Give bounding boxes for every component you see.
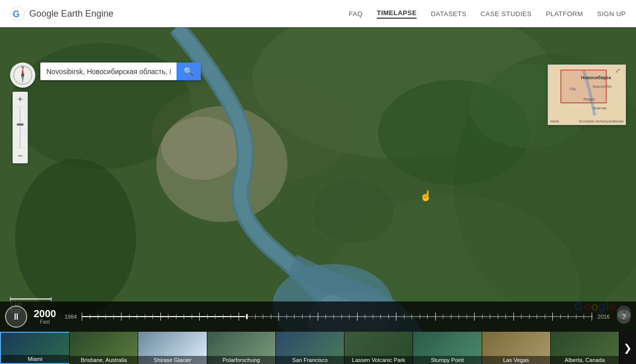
svg-text:Бердск: Бердск bbox=[584, 97, 596, 101]
nav-datasets[interactable]: DATASETS bbox=[431, 10, 467, 18]
thumbnail-brisbane,-australia[interactable]: Brisbane, Australia bbox=[70, 332, 138, 364]
svg-text:Обь: Обь bbox=[569, 87, 576, 91]
zoom-out-icon: − bbox=[18, 151, 23, 161]
timeline-end-year: 2016 bbox=[598, 314, 610, 320]
nav-platform[interactable]: PLATFORM bbox=[546, 10, 583, 18]
scale-bar bbox=[10, 297, 51, 301]
timeline-track[interactable] bbox=[82, 307, 592, 327]
google-g-icon: G bbox=[10, 6, 25, 21]
thumbnail-lassen-volcanic-park[interactable]: Lassen Volcanic Park bbox=[344, 332, 413, 364]
nav-faq[interactable]: FAQ bbox=[349, 10, 363, 18]
year-number: 2000 bbox=[34, 309, 56, 319]
thumbnail-label: Brisbane, Australia bbox=[70, 356, 138, 364]
mini-map-svg: Новосибирск Обь Краснообск Бердск Искити… bbox=[548, 65, 626, 125]
compass[interactable]: N bbox=[10, 63, 35, 88]
mini-map-terms[interactable]: Условия использования bbox=[579, 119, 623, 124]
thumbnail-alberta,-canada[interactable]: Alberta, Canada bbox=[551, 332, 619, 364]
svg-point-6 bbox=[15, 159, 136, 317]
timeline-help-button[interactable]: ? bbox=[617, 310, 631, 324]
thumbnail-label: Alberta, Canada bbox=[551, 356, 619, 364]
map-area[interactable]: ☝ Novosibirsk, Новосибирская область, Ро… bbox=[0, 27, 636, 364]
logo-text: Google Earth Engine bbox=[29, 9, 113, 19]
svg-text:N: N bbox=[21, 66, 24, 69]
play-pause-button[interactable]: ⏸ bbox=[5, 306, 27, 328]
thumbnail-miami[interactable]: Miami bbox=[0, 332, 70, 364]
nav-timelapse[interactable]: TIMELAPSE bbox=[377, 9, 417, 19]
nav-signup[interactable]: SIGN UP bbox=[597, 10, 626, 18]
svg-text:G: G bbox=[13, 9, 20, 19]
thumbnail-las-vegas[interactable]: Las Vegas bbox=[482, 332, 551, 364]
pause-icon: ⏸ bbox=[12, 312, 21, 322]
mini-map-expand-button[interactable]: ⤢ bbox=[615, 67, 623, 75]
svg-text:Краснообск: Краснообск bbox=[593, 85, 612, 89]
timeline-ticks bbox=[82, 316, 592, 317]
zoom-in-icon: + bbox=[18, 94, 23, 105]
thumbnail-label: Polarforschung bbox=[207, 356, 275, 364]
thumbnail-polarforschung[interactable]: Polarforschung bbox=[207, 332, 276, 364]
mini-map-prefix: яние bbox=[550, 119, 559, 124]
zoom-slider-thumb[interactable] bbox=[17, 124, 24, 126]
timeline-start-year: 1984 bbox=[65, 314, 77, 320]
thumbnail-label: Stumpy Point bbox=[413, 356, 481, 364]
svg-point-20 bbox=[21, 74, 24, 77]
header: G Google Earth Engine FAQ TIMELAPSE DATA… bbox=[0, 0, 636, 27]
svg-point-10 bbox=[161, 116, 242, 179]
zoom-out-button[interactable]: − bbox=[13, 148, 28, 163]
thumbnail-label: Shirase Glacier bbox=[138, 356, 206, 364]
thumbnails-next-arrow[interactable]: ❯ bbox=[619, 332, 636, 364]
zoom-slider-track[interactable] bbox=[20, 107, 21, 148]
search-bar: Novosibirsk, Новосибирская область, Ро 🔍 bbox=[40, 63, 201, 80]
logo: G Google Earth Engine bbox=[10, 6, 113, 21]
timeline: ⏸ 2000 Fast 1984 2016 ? bbox=[0, 301, 636, 332]
svg-point-15 bbox=[313, 180, 393, 243]
thumbnail-stumpy-point[interactable]: Stumpy Point bbox=[413, 332, 482, 364]
thumbnail-label: San Francisco bbox=[276, 356, 344, 364]
svg-text:Новосибирск: Новосибирск bbox=[581, 75, 611, 80]
main-nav: FAQ TIMELAPSE DATASETS CASE STUDIES PLAT… bbox=[349, 9, 626, 19]
thumbnail-shirase-glacier[interactable]: Shirase Glacier bbox=[138, 332, 207, 364]
mini-map[interactable]: Новосибирск Обь Краснообск Бердск Искити… bbox=[548, 65, 626, 125]
svg-text:Искитим: Искитим bbox=[593, 106, 607, 110]
compass-icon: N bbox=[13, 65, 33, 85]
timeline-line[interactable] bbox=[82, 316, 592, 317]
search-button[interactable]: 🔍 bbox=[177, 63, 201, 80]
nav-case-studies[interactable]: CASE STUDIES bbox=[481, 10, 532, 18]
speed-label: Fast bbox=[40, 319, 49, 325]
thumbnail-label: Las Vegas bbox=[482, 356, 550, 364]
thumbnail-san-francisco[interactable]: San Francisco bbox=[276, 332, 344, 364]
zoom-controls: + − bbox=[13, 92, 28, 163]
year-display: 2000 Fast bbox=[32, 309, 57, 325]
zoom-in-button[interactable]: + bbox=[13, 92, 28, 107]
thumbnail-label: Miami bbox=[1, 355, 69, 363]
search-input[interactable]: Novosibirsk, Новосибирская область, Ро bbox=[40, 64, 177, 80]
thumbnail-label: Lassen Volcanic Park bbox=[344, 356, 413, 364]
thumbnails-strip: MiamiBrisbane, AustraliaShirase GlacierP… bbox=[0, 332, 636, 364]
search-icon: 🔍 bbox=[184, 67, 194, 76]
